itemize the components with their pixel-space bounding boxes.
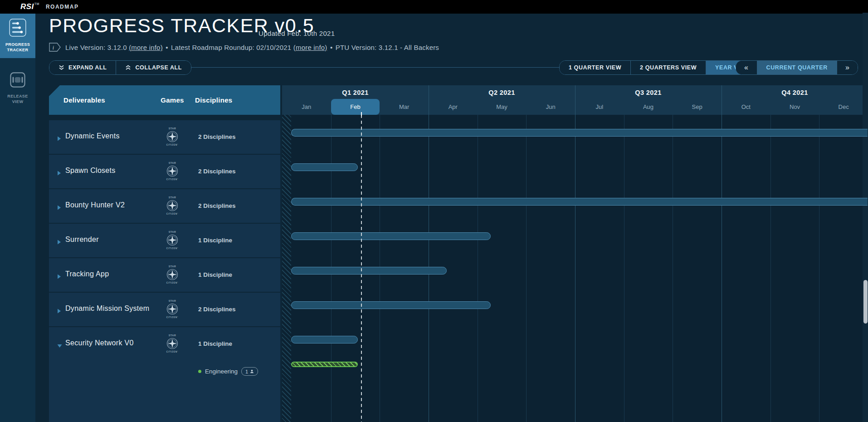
prev-quarter-button[interactable]: « xyxy=(736,61,757,74)
month-gridline xyxy=(819,115,819,422)
trademark: TM xyxy=(34,2,39,5)
discipline-sub-row[interactable]: Engineering1 xyxy=(198,367,258,376)
month-gridline xyxy=(624,115,624,422)
deliverable-row[interactable]: Dynamic EventsSTARCITIZEN’2 Disciplines xyxy=(49,120,280,154)
chevron-right-icon[interactable] xyxy=(57,273,62,277)
svg-text:STAR: STAR xyxy=(169,231,176,233)
collapse-all-button[interactable]: COLLAPSE ALL xyxy=(116,61,191,74)
deliverable-name: Tracking App xyxy=(65,270,109,278)
expand-all-button[interactable]: EXPAND ALL xyxy=(49,61,116,74)
engineering-progress-bar[interactable] xyxy=(291,362,357,367)
more-info-link[interactable]: (more info) xyxy=(129,44,163,51)
scrollbar-track[interactable] xyxy=(863,13,868,422)
deliverable-row-main[interactable]: SurrenderSTARCITIZEN’1 Discipline xyxy=(49,224,280,257)
deliverable-row-main[interactable]: Spawn ClosetsSTARCITIZEN’2 Disciplines xyxy=(49,155,280,188)
view-button-1-quarter-view[interactable]: 1 QUARTER VIEW xyxy=(560,61,630,74)
chevron-right-icon[interactable] xyxy=(57,307,62,312)
more-info-link-2[interactable]: (more info) xyxy=(293,44,327,51)
expand-collapse-group: EXPAND ALL COLLAPSE ALL xyxy=(49,60,191,75)
gantt-bar-6[interactable] xyxy=(291,336,357,343)
gantt-bar-5[interactable] xyxy=(291,301,490,309)
gantt-bar-3[interactable] xyxy=(291,232,490,240)
svg-text:CITIZEN’: CITIZEN’ xyxy=(166,178,178,181)
quarter-nav-group: « CURRENT QUARTER » xyxy=(736,60,858,75)
gantt-area xyxy=(282,115,868,422)
deliverable-name: Bounty Hunter V2 xyxy=(65,201,125,209)
ptu-version: PTU Version: 3.12.1 - All Backers xyxy=(336,44,439,51)
svg-text:CITIZEN’: CITIZEN’ xyxy=(166,316,178,319)
deliverable-row[interactable]: Spawn ClosetsSTARCITIZEN’2 Disciplines xyxy=(49,155,280,188)
release-view-icon xyxy=(9,71,27,91)
chevron-right-icon[interactable] xyxy=(57,204,62,208)
month-label: Oct xyxy=(722,99,770,115)
month-label: Jan xyxy=(282,99,331,115)
gantt-bar-0[interactable] xyxy=(291,129,868,137)
disciplines-count: 2 Disciplines xyxy=(198,133,236,140)
sidebar-item-label: RELEASE VIEW xyxy=(3,93,33,104)
current-month-cell: Feb xyxy=(331,99,380,115)
discipline-name: Engineering xyxy=(205,368,238,375)
month-label: Sep xyxy=(673,99,722,115)
star-citizen-game-icon: STARCITIZEN’ xyxy=(163,299,181,321)
disciplines-count: 1 Discipline xyxy=(198,271,232,278)
chevron-right-icon[interactable] xyxy=(57,169,62,174)
next-quarter-button[interactable]: » xyxy=(837,61,858,74)
disciplines-count: 1 Discipline xyxy=(198,340,232,347)
month-gridline xyxy=(770,115,771,422)
deliverable-row[interactable]: SurrenderSTARCITIZEN’1 Discipline xyxy=(49,224,280,257)
quarter-label: Q3 2021 xyxy=(575,85,722,99)
svg-text:i: i xyxy=(53,44,54,51)
pre-range-hatch xyxy=(282,115,291,422)
gantt-bar-1[interactable] xyxy=(291,163,357,171)
deliverable-name: Spawn Closets xyxy=(65,167,116,175)
chevron-right-icon[interactable] xyxy=(57,238,62,243)
updated-date: Updated Feb. 10th 2021 xyxy=(258,29,335,37)
gantt-bar-2[interactable] xyxy=(291,198,868,206)
star-citizen-game-icon: STARCITIZEN’ xyxy=(163,230,181,252)
month-label: Mar xyxy=(380,99,429,115)
deliverable-row-main[interactable]: Dynamic EventsSTARCITIZEN’2 Disciplines xyxy=(49,120,280,154)
deliverable-row[interactable]: Bounty Hunter V2STARCITIZEN’2 Discipline… xyxy=(49,189,280,223)
app-title: ROADMAP xyxy=(46,4,79,10)
rsi-logo[interactable]: RSITM xyxy=(20,2,39,11)
sidebar-item-progress-tracker[interactable]: PROGRESS TRACKER xyxy=(0,14,35,58)
deliverable-row-main[interactable]: Tracking AppSTARCITIZEN’1 Discipline xyxy=(49,258,280,292)
svg-text:STAR: STAR xyxy=(169,299,176,302)
deliverable-row[interactable]: Security Network V0STARCITIZEN’1 Discipl… xyxy=(49,327,280,422)
scrollbar-thumb[interactable] xyxy=(863,280,868,324)
column-games: Games xyxy=(156,85,189,115)
star-citizen-game-icon: STARCITIZEN’ xyxy=(163,161,181,183)
current-quarter-button[interactable]: CURRENT QUARTER xyxy=(757,61,837,74)
month-label: Aug xyxy=(624,99,673,115)
svg-text:CITIZEN’: CITIZEN’ xyxy=(166,247,178,250)
person-icon xyxy=(250,369,254,374)
svg-text:CITIZEN’: CITIZEN’ xyxy=(166,144,178,146)
star-citizen-game-icon: STARCITIZEN’ xyxy=(163,333,181,356)
month-label: Nov xyxy=(770,99,819,115)
double-chevron-down-icon xyxy=(59,65,64,70)
deliverable-row-main[interactable]: Security Network V0STARCITIZEN’1 Discipl… xyxy=(49,327,280,361)
quarter-label: Q2 2021 xyxy=(429,85,575,99)
progress-tracker-icon xyxy=(8,18,27,39)
star-citizen-game-icon: STARCITIZEN’ xyxy=(163,195,181,218)
deliverable-name: Security Network V0 xyxy=(65,339,134,347)
sidebar-item-label: PROGRESS TRACKER xyxy=(3,42,33,53)
quarter-label: Q1 2021 xyxy=(282,85,429,99)
quarter-label: Q4 2021 xyxy=(722,85,868,99)
star-citizen-game-icon: STARCITIZEN’ xyxy=(163,264,181,287)
sidebar-item-release-view[interactable]: RELEASE VIEW xyxy=(0,66,35,110)
deliverable-row[interactable]: Tracking AppSTARCITIZEN’1 Discipline xyxy=(49,258,280,292)
deliverable-row-main[interactable]: Dynamic Mission SystemSTARCITIZEN’2 Disc… xyxy=(49,293,280,326)
roadmap-app: RSITM ROADMAP PROGRESS TRACKERRELEASE VI… xyxy=(0,0,868,422)
chevron-down-icon[interactable] xyxy=(57,342,62,346)
view-button-2-quarters-view[interactable]: 2 QUARTERS VIEW xyxy=(630,61,706,74)
chevron-right-icon[interactable] xyxy=(57,135,62,139)
deliverable-row-main[interactable]: Bounty Hunter V2STARCITIZEN’2 Discipline… xyxy=(49,189,280,223)
svg-text:STAR: STAR xyxy=(169,196,176,199)
month-gridline xyxy=(478,115,478,422)
version-info-text: Live Version: 3.12.0 (more info) • Lates… xyxy=(65,44,439,51)
svg-text:STAR: STAR xyxy=(169,334,176,337)
deliverable-row[interactable]: Dynamic Mission SystemSTARCITIZEN’2 Disc… xyxy=(49,293,280,326)
gantt-bar-4[interactable] xyxy=(291,267,446,275)
month-label: Apr xyxy=(429,99,478,115)
